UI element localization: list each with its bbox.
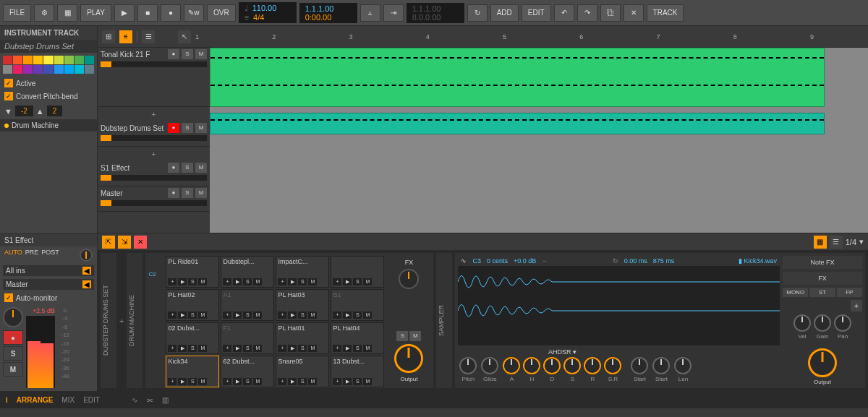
solo-button[interactable]: S xyxy=(188,378,197,385)
play-icon[interactable]: ▶ xyxy=(343,378,352,385)
mute-button[interactable]: M xyxy=(198,311,207,319)
add-icon[interactable]: + xyxy=(168,345,176,352)
add-icon[interactable]: + xyxy=(333,278,341,285)
drum-pad[interactable]: Dubstepl... + ▶ S M xyxy=(221,256,274,288)
automation-icon[interactable]: ∿ xyxy=(132,396,137,404)
arrange-tab[interactable]: ARRANGE xyxy=(17,396,54,404)
play-icon[interactable]: ▶ xyxy=(343,345,352,352)
play-icon[interactable]: ▶ xyxy=(233,311,242,319)
mixer-view-icon[interactable]: ☰ xyxy=(830,236,843,249)
mute-button[interactable]: M xyxy=(308,345,317,352)
drum-pad[interactable]: PL Hat03 + ▶ S M xyxy=(276,289,329,321)
volume-slider[interactable] xyxy=(101,61,207,67)
glide-knob[interactable] xyxy=(481,357,498,374)
color-swatch[interactable] xyxy=(23,56,33,64)
start-knob[interactable] xyxy=(652,357,670,374)
mute-button[interactable]: M xyxy=(308,311,317,319)
mute-button[interactable]: M xyxy=(253,378,262,385)
mute-button[interactable]: M xyxy=(198,378,207,385)
solo-button[interactable]: S xyxy=(298,311,307,319)
info-icon[interactable]: i xyxy=(6,396,8,404)
auto-monitor-row[interactable]: ✓ Auto-monitor xyxy=(0,291,97,304)
color-swatch[interactable] xyxy=(85,56,94,64)
caret-down-icon[interactable]: ▾ xyxy=(859,237,864,246)
mute-button[interactable]: M xyxy=(253,311,262,319)
waveform-display[interactable] xyxy=(458,266,780,345)
color-swatch[interactable] xyxy=(23,65,33,74)
list-icon[interactable]: ☰ xyxy=(142,30,155,43)
solo-button[interactable]: S xyxy=(188,345,197,352)
output-knob[interactable] xyxy=(394,344,423,373)
play-icon[interactable]: ▶ xyxy=(114,4,135,22)
add-icon[interactable]: + xyxy=(278,311,286,319)
pitch-knob[interactable] xyxy=(459,357,477,374)
mode-button[interactable]: MONO xyxy=(783,288,808,297)
volume-slider[interactable] xyxy=(101,200,207,206)
color-swatch[interactable] xyxy=(3,65,12,74)
play-icon[interactable]: ▶ xyxy=(288,378,297,385)
color-swatch[interactable] xyxy=(54,56,64,64)
fx-label[interactable]: FX xyxy=(405,259,414,266)
solo-button[interactable]: S xyxy=(3,346,23,361)
drum-pad[interactable]: 13 Dubst... + ▶ S M xyxy=(331,356,384,387)
pointer-tool-icon[interactable]: ↖ xyxy=(178,30,191,43)
drum-pad[interactable]: PL Hat02 + ▶ S M xyxy=(166,289,219,321)
pan-knob[interactable] xyxy=(3,307,23,327)
panel-icon[interactable]: ▥ xyxy=(162,396,169,404)
color-swatch[interactable] xyxy=(54,65,64,74)
waveform-icon[interactable]: ∿ xyxy=(461,257,467,265)
close-icon[interactable]: ✕ xyxy=(134,236,147,249)
add-button[interactable]: ADD xyxy=(490,4,519,22)
solo-button[interactable]: S xyxy=(353,378,362,385)
add-icon[interactable]: + xyxy=(333,311,341,319)
output-dropdown[interactable]: Master ◀ xyxy=(3,279,94,290)
play-icon[interactable]: ▶ xyxy=(343,311,352,319)
end-time[interactable]: 875 ms xyxy=(653,257,675,265)
add-icon[interactable]: + xyxy=(223,278,231,285)
track-header[interactable]: S1 Effect ● S M xyxy=(98,161,210,186)
color-swatch[interactable] xyxy=(13,65,22,74)
mute-button[interactable]: M xyxy=(198,345,207,352)
play-icon[interactable]: ▶ xyxy=(288,311,297,319)
len-knob[interactable] xyxy=(674,357,692,374)
edit-button[interactable]: EDIT xyxy=(522,4,551,22)
solo-button[interactable]: S xyxy=(298,278,307,285)
vel-knob[interactable] xyxy=(793,314,811,332)
track-name-field[interactable]: Dubstep Drums Set xyxy=(0,40,97,53)
add-icon[interactable]: + xyxy=(851,300,862,311)
dashboard-icon[interactable]: ▦ xyxy=(57,4,77,22)
color-swatch[interactable] xyxy=(43,65,53,74)
color-swatch[interactable] xyxy=(75,56,84,64)
record-arm-button[interactable]: ● xyxy=(168,123,179,133)
mute-button[interactable]: M xyxy=(198,278,207,285)
mute-button[interactable]: M xyxy=(409,331,421,341)
pitch-up-value[interactable]: 2 xyxy=(47,106,63,116)
record-arm-button[interactable]: ● xyxy=(168,188,179,198)
caret-down-icon[interactable]: ▼ xyxy=(4,107,12,116)
convert-pitch-row[interactable]: ✓ Convert Pitch-bend xyxy=(0,90,97,103)
volume-slider[interactable] xyxy=(101,135,207,141)
R-knob[interactable] xyxy=(584,357,601,374)
note-fx-slot[interactable]: Note FX xyxy=(783,256,862,269)
mute-button[interactable]: M xyxy=(253,345,262,352)
color-swatch[interactable] xyxy=(33,65,43,74)
pan-knob[interactable] xyxy=(834,314,851,332)
chain-icon[interactable]: ⫘ xyxy=(146,396,153,404)
delete-icon[interactable]: ✕ xyxy=(624,4,644,22)
cents-value[interactable]: 0 cents xyxy=(487,257,508,265)
mute-button[interactable]: M xyxy=(363,378,372,385)
drum-pad[interactable]: + ▶ S M xyxy=(331,256,384,288)
metronome-icon[interactable]: ▵ xyxy=(360,4,380,22)
S.R-knob[interactable] xyxy=(604,357,621,374)
add-icon[interactable]: + xyxy=(278,378,286,385)
solo-button[interactable]: S xyxy=(188,278,197,285)
loop-icon[interactable]: ↻ xyxy=(467,4,488,22)
drum-pad[interactable]: B1 + ▶ S M xyxy=(331,289,384,321)
root-note[interactable]: C3 xyxy=(472,257,481,265)
gain-knob[interactable] xyxy=(814,314,831,332)
auto-tab[interactable]: AUTO xyxy=(4,249,22,262)
add-icon[interactable]: + xyxy=(168,278,176,285)
track-strip-label[interactable]: DUBSTEP DRUMS SET xyxy=(101,253,116,388)
pitch-down-value[interactable]: -2 xyxy=(15,106,33,116)
device-chain-item[interactable]: Drum Machine xyxy=(0,119,97,132)
